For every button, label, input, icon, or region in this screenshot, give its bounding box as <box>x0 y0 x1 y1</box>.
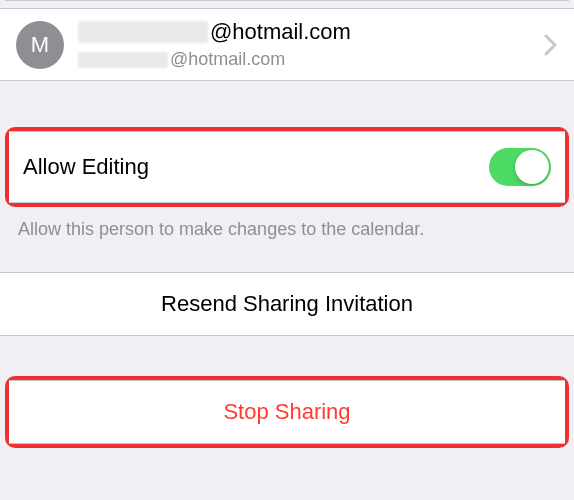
chevron-right-icon <box>544 34 558 56</box>
stop-sharing-button[interactable]: Stop Sharing <box>9 380 565 444</box>
redacted-name-small <box>78 52 168 68</box>
stop-sharing-label: Stop Sharing <box>223 399 350 424</box>
toggle-knob <box>515 150 549 184</box>
contact-info: @hotmail.com @hotmail.com <box>78 19 536 70</box>
redacted-name <box>78 21 208 43</box>
allow-editing-row[interactable]: Allow Editing <box>9 131 565 203</box>
allow-editing-footer: Allow this person to make changes to the… <box>0 207 574 240</box>
allow-editing-group: Allow Editing <box>5 127 569 207</box>
allow-editing-toggle[interactable] <box>489 148 551 186</box>
allow-editing-label: Allow Editing <box>23 154 149 180</box>
contact-secondary-email: @hotmail.com <box>78 49 536 70</box>
avatar: M <box>16 21 64 69</box>
stop-sharing-group: Stop Sharing <box>5 376 569 448</box>
contact-primary-suffix: @hotmail.com <box>210 19 351 45</box>
avatar-initial: M <box>31 32 49 58</box>
resend-sharing-button[interactable]: Resend Sharing Invitation <box>0 272 574 336</box>
resend-group: Resend Sharing Invitation <box>0 272 574 336</box>
contact-secondary-suffix: @hotmail.com <box>170 49 285 70</box>
contact-primary-email: @hotmail.com <box>78 19 536 45</box>
contact-row[interactable]: M @hotmail.com @hotmail.com <box>0 8 574 81</box>
resend-label: Resend Sharing Invitation <box>161 291 413 316</box>
